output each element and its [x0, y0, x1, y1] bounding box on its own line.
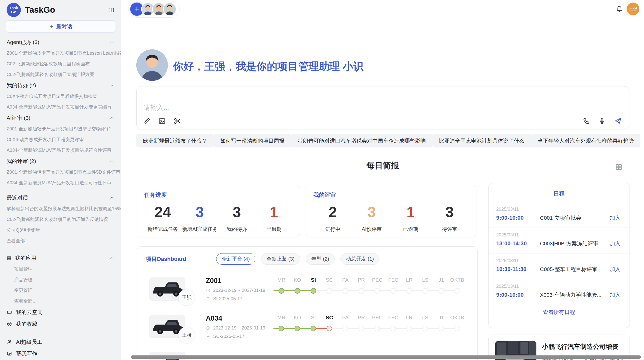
milestone: J1 [433, 276, 449, 302]
layout-grid-icon[interactable] [615, 163, 623, 171]
sidebar-item[interactable]: C0X4-动力总成开发项目工程变更评审 [0, 134, 121, 145]
sidebar-item[interactable]: A034-全新新能源MUV产品开发项目造型可行性评审 [0, 177, 121, 188]
milestone-node [422, 326, 428, 331]
suggestion-chip[interactable]: 欧洲新规最近颁布了什么？ [136, 134, 214, 147]
suggestion-chip[interactable]: 比亚迪全固态电池计划具体说了什么 [432, 134, 531, 147]
suggestion-chip[interactable]: 特朗普可能对进口汽车增税会对中国车企造成哪些影响 [291, 134, 432, 147]
sidebar: Task Go TaskGo 新对话 Agent已办 (3) Z001-全新燃油… [0, 0, 121, 360]
vehicle-image: 王强 [149, 277, 185, 301]
milestone: OKTB [449, 276, 465, 302]
apps-grid-icon [7, 256, 11, 261]
milestone-label: KO [289, 276, 305, 284]
main-area: 王强 你好，王强，我是你的项目管理助理 小识 请输入... 欧洲新规最近颁布了什… [121, 0, 644, 360]
sidebar-item[interactable]: 公司Q3轻卡销量 [0, 225, 121, 235]
event-time: 9:00-10:00 [496, 215, 540, 221]
chevron-up-icon[interactable] [109, 256, 114, 261]
stat-label: 我的待办 [218, 226, 256, 233]
event-name: C001-立项审批会 [540, 214, 610, 221]
chevron-up-icon[interactable] [109, 195, 114, 200]
agent-avatar[interactable] [163, 3, 176, 16]
event-join-link[interactable]: 加入 [610, 240, 620, 247]
sidebar-link[interactable]: 我的云空间 [0, 306, 121, 318]
event-join-link[interactable]: 加入 [610, 214, 620, 221]
sidebar-section-header[interactable]: 我的待办 (2) [0, 80, 121, 91]
sidebar-link[interactable]: 我的收藏 [0, 318, 121, 330]
image-icon[interactable] [158, 117, 166, 125]
event-join-link[interactable]: 加入 [610, 291, 620, 298]
new-chat-button[interactable]: 新对话 [6, 20, 115, 33]
milestone-label: J1 [433, 313, 449, 322]
event-join-link[interactable]: 加入 [610, 266, 620, 273]
phone-icon[interactable] [582, 117, 590, 125]
sidebar-link[interactable]: 帮我写作 [0, 348, 121, 359]
user-avatar[interactable]: 王强 [627, 3, 639, 15]
stat-label: 待评审 [430, 226, 469, 233]
milestone-label: PA [337, 276, 353, 284]
sidebar-item[interactable]: 解释最新出台的欧盟报废车法规再生塑料比例被调至15%... [0, 203, 121, 214]
milestone-node [374, 326, 380, 331]
sidebar-item[interactable]: C0X4-动力总成开发项目SI里程碑提交物检查 [0, 91, 121, 102]
schedule-title: 日程 [489, 183, 630, 198]
sidebar-item[interactable]: Z001-全新燃油皮卡产品开发项目SI节点Lesson Learn报告 [0, 48, 121, 58]
project-row[interactable]: 王强 A034 2023-12-19 ~ 2026-01-19 SC-2025-… [137, 313, 477, 340]
milestone-label: MR [273, 313, 289, 322]
milestone: LS [417, 276, 433, 302]
sidebar-section-header[interactable]: AI评审 (3) [0, 112, 121, 124]
paperclip-icon[interactable] [143, 117, 151, 125]
milestone-label: LS [417, 313, 433, 322]
chevron-up-icon[interactable] [109, 83, 114, 88]
sidebar-item[interactable]: A034-全新新能源MUV产品开发项目法规符合性评审 [0, 145, 121, 156]
dashboard-tabs: 全新平台 (4) 全新上装 (3) 年型 (2) 动总开发 (1) [216, 253, 379, 265]
view-all-schedule-link[interactable]: 查看所有日程 [489, 309, 630, 316]
microphone-icon[interactable] [598, 117, 606, 125]
sidebar-item[interactable]: C02-飞腾新能源轻客改款项目的闭环通告反馈情况 [0, 214, 121, 225]
milestone: PA [337, 313, 353, 340]
sidebar-section-header[interactable]: 最近对话 [0, 192, 121, 203]
sidebar-item[interactable]: 查看全部... [0, 235, 121, 246]
message-composer[interactable]: 请输入... [136, 86, 629, 129]
sidebar-link[interactable]: AI超级员工 [0, 336, 121, 348]
stat: 3 我的待办 [218, 204, 256, 233]
sidebar-section-header[interactable]: Agent已办 (3) [0, 37, 121, 48]
scissors-icon[interactable] [173, 117, 181, 125]
send-icon[interactable] [614, 116, 622, 125]
event-time: 10:30-11:30 [496, 266, 540, 273]
event-time: 9:00-10:00 [496, 292, 540, 298]
suggestion-chip[interactable]: 当下年轻人对汽车外观有怎样的喜好趋势 [531, 134, 640, 147]
notifications-bell-icon[interactable] [616, 5, 623, 13]
milestone: FEC [385, 313, 401, 340]
project-name: A034 [206, 314, 270, 322]
collapse-sidebar-icon[interactable] [108, 7, 114, 13]
milestone-node [374, 288, 380, 294]
sidebar-item[interactable]: C02-飞腾新能源轻客改款项目里程碑画布 [0, 58, 121, 69]
suggestion-chips: 欧洲新规最近颁布了什么？ 如何写一份清晰的项目周报 特朗普可能对进口汽车增税会对… [136, 134, 629, 147]
chevron-up-icon[interactable] [109, 159, 114, 164]
sidebar-section-header[interactable]: 我的评审 (2) [0, 156, 121, 167]
milestone-label: OKTB [449, 276, 465, 284]
sidebar-item[interactable]: 项目管理 [0, 264, 121, 274]
suggestion-chip[interactable]: 如何写一份清晰的项目周报 [214, 134, 291, 147]
project-row[interactable]: 王强 Z001 2023-12-19 ~ 2027-01-19 SI-2025-… [137, 276, 477, 302]
dashboard-tab[interactable]: 全新平台 (4) [216, 253, 255, 265]
stat-label: 新增完成任务 [144, 226, 181, 233]
dashboard-tab[interactable]: 动总开发 (1) [340, 253, 379, 265]
sidebar-section-header[interactable]: 我的应用 [0, 252, 121, 264]
milestone-label: LS [417, 276, 433, 284]
dashboard-tab[interactable]: 全新上装 (3) [261, 253, 300, 265]
sidebar-item[interactable]: A034-全新新能源MUV产品开发项目计划变更表编写 [0, 102, 121, 112]
dashboard-tab[interactable]: 年型 (2) [306, 253, 335, 265]
sidebar-item[interactable]: 变更管理 [0, 285, 121, 296]
chevron-up-icon[interactable] [109, 40, 114, 45]
sidebar-item[interactable]: Z001-全新燃油轻卡产品开发项目SI造型提交物评审 [0, 124, 121, 134]
schedule-event: 2025/03/11 10:30-11:30 C005-整车工程目标评审 加入 [489, 253, 630, 279]
sidebar-link-label: 帮我写作 [16, 350, 37, 357]
sidebar-link-label: AI超级员工 [16, 338, 42, 346]
horizontal-scrollbar[interactable] [131, 355, 641, 359]
sidebar-item[interactable]: C02-飞腾新能源轻客改款项目立项汇报方案 [0, 69, 121, 80]
sidebar-item[interactable]: Z001-全新燃油轻卡产品开发项目SI节点属性5D文件评审 [0, 167, 121, 177]
sidebar-item[interactable]: 产品管理 [0, 274, 121, 285]
sidebar-item[interactable]: 查看全部.. [0, 296, 121, 306]
project-info: Z001 2023-12-19 ~ 2027-01-19 SI-2025-05-… [206, 277, 270, 302]
milestone-label: PA [337, 313, 353, 322]
chevron-up-icon[interactable] [109, 115, 114, 121]
